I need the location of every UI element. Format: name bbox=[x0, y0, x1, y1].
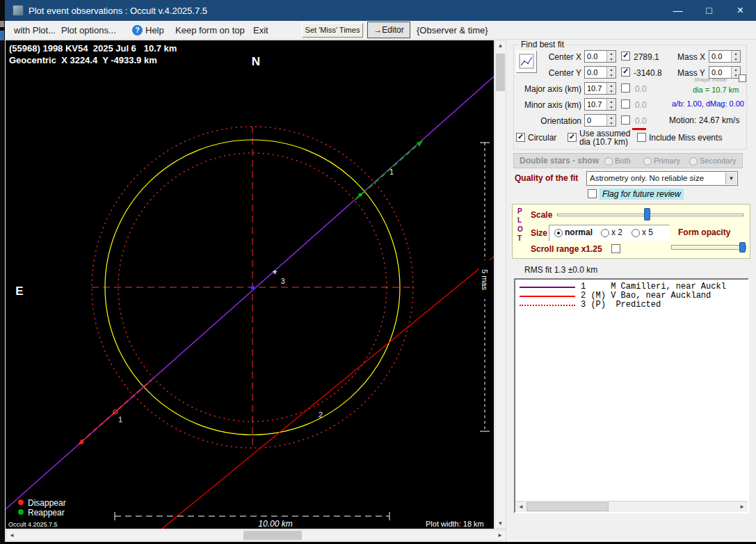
plot-horizontal-scrollbar[interactable]: ◄ ► bbox=[6, 529, 506, 541]
reappear-marker bbox=[359, 193, 362, 197]
chord2-line-sample bbox=[520, 296, 575, 297]
center-y-spinner[interactable]: 0.0 ▲▼ bbox=[584, 66, 616, 79]
double-both-radio[interactable] bbox=[604, 157, 613, 166]
set-miss-times-button[interactable]: Set 'Miss' Times bbox=[302, 23, 363, 38]
opacity-slider-thumb[interactable] bbox=[739, 242, 746, 253]
spinner-arrows[interactable]: ▲▼ bbox=[606, 99, 616, 110]
quality-value: Astrometry only. No reliable size bbox=[590, 174, 704, 182]
orientation-fit-checkbox[interactable] bbox=[621, 115, 630, 125]
size-x2-radio[interactable] bbox=[601, 229, 609, 237]
minor-axis-fit-checkbox[interactable] bbox=[621, 99, 630, 109]
size-x5-radio[interactable] bbox=[632, 229, 640, 237]
include-miss-checkbox[interactable] bbox=[637, 133, 646, 142]
double-primary-radio[interactable] bbox=[643, 157, 652, 166]
menu-exit[interactable]: Exit bbox=[253, 25, 268, 35]
best-fit-plot-button[interactable] bbox=[516, 51, 537, 73]
menu-keep-on-top[interactable]: Keep form on top bbox=[175, 25, 245, 35]
flag-review-checkbox[interactable] bbox=[588, 189, 597, 198]
plot-vertical-scrollbar[interactable]: ▲ ▼ bbox=[494, 40, 506, 529]
scroll-left-icon[interactable]: ◄ bbox=[517, 504, 525, 510]
combo-arrow-icon[interactable]: ▼ bbox=[725, 173, 737, 184]
spinner-arrows[interactable]: ▲▼ bbox=[606, 83, 616, 94]
maximize-button[interactable]: □ bbox=[693, 0, 725, 21]
quality-label: Quality of the fit bbox=[515, 173, 578, 183]
motion-label: Motion: 24.67 km/s bbox=[669, 115, 739, 125]
orientation-indicator-icon bbox=[632, 128, 646, 130]
help-icon[interactable]: ? bbox=[132, 25, 143, 35]
scroll-range-checkbox[interactable] bbox=[611, 244, 620, 253]
plot-header-line2: Geocentric X 3224.4 Y -4933.9 km bbox=[9, 55, 157, 65]
double-secondary-radio[interactable] bbox=[689, 157, 698, 166]
control-panel: Find best fit Center X 0.0 ▲▼ 2789.1 Mas… bbox=[506, 40, 756, 542]
scroll-right-icon[interactable]: ► bbox=[738, 504, 746, 510]
scroll-up-icon[interactable]: ▲ bbox=[495, 42, 506, 49]
plot-letter-p: P bbox=[517, 207, 522, 215]
editor-button[interactable]: →Editor bbox=[367, 22, 410, 38]
flag-review-label: Flag for future review bbox=[600, 189, 684, 200]
reappear-dot-icon bbox=[18, 509, 24, 515]
plot-area[interactable]: * 3 1 1 2 (55968) 1998 KV54 2025 Jul 6 1… bbox=[6, 40, 494, 529]
major-axis-fit-value: 0.0 bbox=[635, 84, 647, 94]
chord1-reappear-label: 1 bbox=[389, 168, 394, 176]
center-marker bbox=[251, 286, 255, 289]
circular-checkbox[interactable] bbox=[516, 133, 525, 142]
scroll-left-icon[interactable]: ◄ bbox=[8, 532, 16, 538]
occultation-plot: * 3 1 1 2 (55968) 1998 KV54 2025 Jul 6 1… bbox=[6, 40, 494, 529]
quality-combobox[interactable]: Astrometry only. No reliable size ▼ bbox=[586, 171, 738, 186]
spinner-arrows[interactable]: ▲▼ bbox=[606, 51, 616, 62]
menu-with-plot[interactable]: with Plot... bbox=[14, 25, 56, 35]
listbox-horizontal-scrollbar[interactable]: ◄ ► bbox=[515, 501, 748, 512]
chord1-disappear-label: 1 bbox=[118, 415, 122, 424]
opacity-slider-track[interactable] bbox=[671, 245, 746, 250]
legend-disappear: Disappear bbox=[28, 498, 66, 508]
rms-fit-label: RMS fit 1.3 ±0.0 km bbox=[524, 265, 597, 275]
center-x-spinner[interactable]: 0.0 ▲▼ bbox=[584, 50, 616, 63]
predicted-label: 3 bbox=[281, 278, 285, 285]
shape-model-checkbox[interactable] bbox=[739, 74, 746, 82]
observer-time-label[interactable]: {Observer & time} bbox=[417, 25, 488, 35]
use-assumed-dia-checkbox[interactable] bbox=[568, 133, 577, 142]
shape-model-label: Shape model bbox=[694, 77, 727, 83]
menu-help[interactable]: Help bbox=[145, 25, 164, 35]
scale-slider-thumb[interactable] bbox=[644, 208, 650, 221]
major-axis-fit-checkbox[interactable] bbox=[621, 83, 630, 93]
minor-axis-spinner[interactable]: 10.7 ▲▼ bbox=[584, 98, 616, 111]
dia-value-label: dia = 10.7 km bbox=[693, 86, 739, 94]
mass-x-spinner[interactable]: 0.0 ▲▼ bbox=[709, 50, 741, 63]
vertical-scroll-thumb[interactable] bbox=[496, 54, 505, 91]
plot-letter-l: L bbox=[517, 216, 522, 224]
major-axis-spinner[interactable]: 10.7 ▲▼ bbox=[584, 82, 616, 95]
scroll-range-label: Scroll range x1.25 bbox=[531, 244, 602, 254]
scale-bar-label: 10.00 km bbox=[258, 519, 292, 529]
spinner-arrows[interactable]: ▲▼ bbox=[731, 51, 740, 62]
scale-label: Scale bbox=[531, 210, 552, 220]
double-primary-label: Primary bbox=[654, 157, 680, 165]
spinner-arrows[interactable]: ▲▼ bbox=[606, 67, 616, 78]
use-assumed-label-line2: dia (10.7 km) bbox=[579, 137, 628, 147]
predicted-line-sample bbox=[520, 305, 575, 306]
center-x-label: Center X bbox=[540, 52, 581, 62]
menu-bar: with Plot... Plot options... ? Help Keep… bbox=[5, 21, 756, 40]
spinner-arrows[interactable]: ▲▼ bbox=[606, 115, 616, 126]
scroll-right-icon[interactable]: ► bbox=[496, 532, 504, 538]
scale-slider-track[interactable] bbox=[557, 214, 743, 216]
y-offset-checkbox[interactable] bbox=[621, 67, 630, 77]
chord2-label: 2 bbox=[319, 410, 323, 419]
minimize-button[interactable]: — bbox=[662, 0, 693, 21]
orientation-spinner[interactable]: 0 ▲▼ bbox=[584, 114, 616, 127]
find-best-fit-title: Find best fit bbox=[519, 40, 566, 49]
orientation-label: Orientation bbox=[519, 116, 581, 126]
predicted-star-marker: * bbox=[273, 269, 277, 280]
listbox-scroll-thumb[interactable] bbox=[526, 502, 609, 511]
observation-row[interactable]: 3 (P) Predicted bbox=[581, 301, 661, 310]
observations-listbox[interactable]: 1 M Camilleri, near Auckl 2 (M) V Bao, n… bbox=[514, 278, 749, 513]
plot-options-panel: P L O T Scale Size normal x 2 x 5 Form o… bbox=[512, 204, 750, 259]
scroll-down-icon[interactable]: ▼ bbox=[495, 520, 506, 527]
x-offset-checkbox[interactable] bbox=[621, 51, 630, 61]
menu-plot-options[interactable]: Plot options... bbox=[61, 25, 116, 35]
version-label: Occult 4.2025.7.5 bbox=[8, 521, 58, 528]
horizontal-scroll-thumb[interactable] bbox=[243, 531, 302, 540]
close-button[interactable]: × bbox=[725, 0, 756, 21]
plot-header-line1: (55968) 1998 KV54 2025 Jul 6 10.7 km bbox=[9, 43, 177, 54]
size-normal-radio[interactable] bbox=[554, 229, 563, 237]
